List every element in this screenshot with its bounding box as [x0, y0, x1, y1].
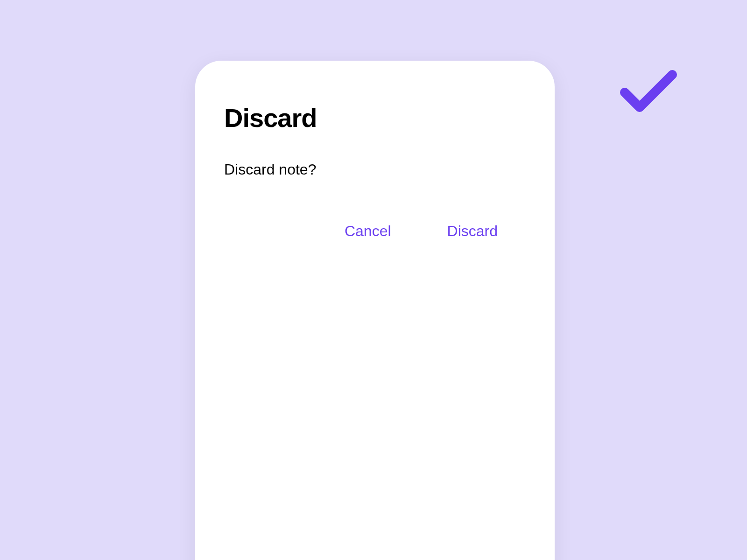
dialog-body: Discard note?	[224, 161, 526, 178]
dialog-actions: Cancel Discard	[224, 223, 526, 240]
dialog-card: Discard Discard note? Cancel Discard	[195, 61, 555, 560]
check-icon	[619, 68, 678, 114]
cancel-button[interactable]: Cancel	[345, 223, 391, 240]
discard-button[interactable]: Discard	[447, 223, 498, 240]
dialog-title: Discard	[224, 103, 526, 133]
